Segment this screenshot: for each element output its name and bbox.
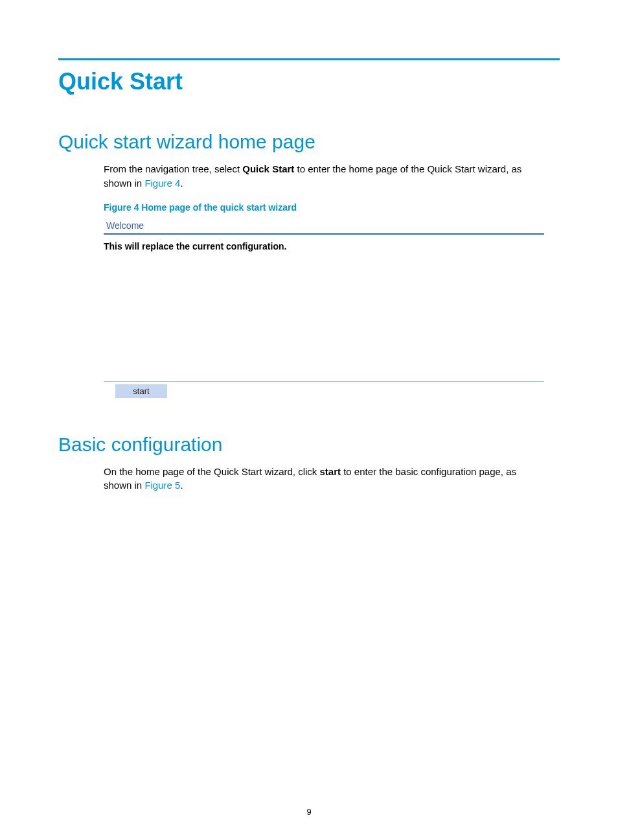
start-button[interactable]: start: [115, 384, 167, 398]
wizard-panel-rule-top: [104, 233, 544, 235]
wizard-panel: Welcome This will replace the current co…: [104, 219, 544, 398]
chapter-title: Quick Start: [58, 68, 560, 95]
figure-4-caption: Figure 4 Home page of the quick start wi…: [104, 202, 560, 213]
page-number: 9: [0, 807, 618, 817]
figure-4-link[interactable]: Figure 4: [144, 178, 180, 189]
wizard-panel-title: Welcome: [104, 219, 544, 233]
text-bold-quick-start: Quick Start: [242, 163, 294, 174]
text-run: .: [180, 480, 183, 491]
section-heading-basic-config: Basic configuration: [58, 434, 560, 456]
wizard-panel-body-text: This will replace the current configurat…: [104, 241, 544, 251]
wizard-panel-spacer: [104, 251, 544, 381]
chapter-top-rule: [58, 58, 560, 60]
text-run: On the home page of the Quick Start wiza…: [104, 466, 320, 477]
section1-paragraph: From the navigation tree, select Quick S…: [104, 162, 547, 191]
section-heading-wizard-home: Quick start wizard home page: [58, 131, 560, 153]
section2-paragraph: On the home page of the Quick Start wiza…: [104, 465, 547, 493]
text-run: From the navigation tree, select: [104, 163, 242, 174]
wizard-panel-rule-bottom: [104, 381, 544, 382]
text-run: .: [180, 178, 183, 189]
figure-5-link[interactable]: Figure 5: [144, 480, 180, 491]
figure-4-screenshot: Welcome This will replace the current co…: [104, 219, 544, 398]
text-bold-start: start: [320, 466, 341, 477]
